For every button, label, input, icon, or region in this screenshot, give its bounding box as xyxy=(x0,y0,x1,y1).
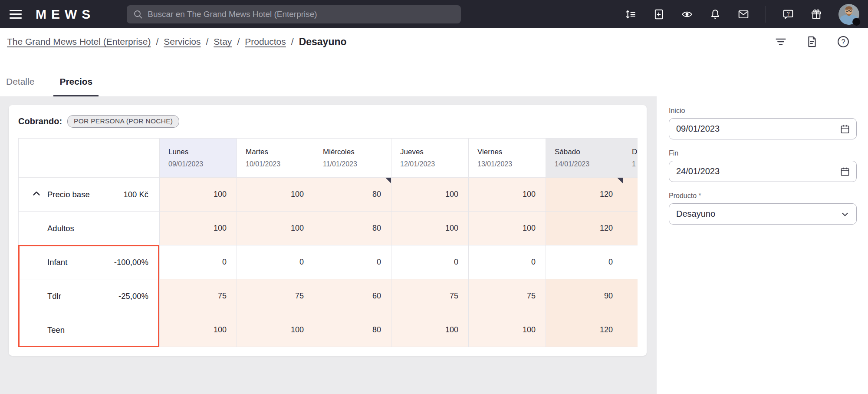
price-cell[interactable]: 80 xyxy=(314,313,391,347)
price-cell[interactable]: 80 xyxy=(314,178,391,212)
price-cell[interactable]: 0 xyxy=(469,245,546,279)
price-cell[interactable]: 0 xyxy=(314,245,391,279)
charging-label: Cobrando: xyxy=(18,116,62,126)
charging-mode-badge: POR PERSONA (POR NOCHE) xyxy=(67,115,179,128)
price-cell[interactable]: 100 xyxy=(391,212,469,245)
price-row: Teen10010080100100120 xyxy=(19,313,638,347)
watch-eye-icon[interactable] xyxy=(681,8,693,20)
chevron-up-icon[interactable] xyxy=(31,188,42,201)
user-avatar[interactable]: •• xyxy=(838,4,859,25)
row-name: Adultos xyxy=(47,224,74,233)
corner-cell xyxy=(19,139,160,178)
price-row: Adultos10010080100100120 xyxy=(19,212,638,245)
menu-icon[interactable] xyxy=(10,10,22,19)
price-cell[interactable]: 120 xyxy=(546,178,623,212)
price-cell[interactable] xyxy=(623,245,638,279)
price-cell[interactable]: 0 xyxy=(546,245,623,279)
row-label-cell: Tdlr-25,00% xyxy=(19,279,160,313)
notifications-bell-icon[interactable] xyxy=(709,8,721,20)
topbar-divider xyxy=(766,6,766,23)
producto-label: Producto * xyxy=(669,192,857,200)
price-cell[interactable]: 120 xyxy=(546,313,623,347)
price-cell[interactable]: 75 xyxy=(391,279,469,313)
row-modifier: 100 Kč xyxy=(123,190,148,199)
fin-input[interactable] xyxy=(669,166,825,176)
breadcrumb-link-stay[interactable]: Stay xyxy=(214,36,232,47)
price-cell[interactable] xyxy=(623,178,638,212)
fin-field[interactable] xyxy=(669,161,857,182)
pricing-card: Cobrando: POR PERSONA (POR NOCHE) Lunes0… xyxy=(9,105,647,356)
price-cell[interactable]: 80 xyxy=(314,212,391,245)
price-cell[interactable]: 0 xyxy=(237,245,314,279)
price-cell[interactable]: 100 xyxy=(160,313,237,347)
breadcrumb-link-servicios[interactable]: Servicios xyxy=(164,36,201,47)
breadcrumb-link-productos[interactable]: Productos xyxy=(245,36,286,47)
price-row: Tdlr-25,00%757560757590 xyxy=(19,279,638,313)
filter-panel: Inicio Fin xyxy=(657,96,868,394)
price-row: Infant-100,00%000000 xyxy=(19,245,638,279)
price-cell[interactable] xyxy=(623,279,638,313)
price-cell[interactable]: 90 xyxy=(546,279,623,313)
tab-detalle[interactable]: Detalle xyxy=(0,76,40,96)
svg-text:?: ? xyxy=(787,10,790,17)
row-modifier: -25,00% xyxy=(118,291,148,301)
row-name: Teen xyxy=(47,325,65,334)
price-cell[interactable]: 100 xyxy=(391,178,469,212)
add-new-icon[interactable] xyxy=(653,8,665,20)
column-header: Martes10/01/2023 xyxy=(237,139,314,178)
column-header: D1 xyxy=(623,139,638,178)
price-cell[interactable]: 100 xyxy=(469,178,546,212)
help-icon[interactable]: ? xyxy=(837,35,850,48)
row-label-cell: Infant-100,00% xyxy=(19,245,160,279)
price-cell[interactable]: 100 xyxy=(391,313,469,347)
whats-new-gift-icon[interactable] xyxy=(810,8,822,20)
column-header: Miércoles11/01/2023 xyxy=(314,139,391,178)
filter-icon[interactable] xyxy=(774,35,787,48)
price-cell[interactable]: 75 xyxy=(237,279,314,313)
price-cell[interactable] xyxy=(623,212,638,245)
calendar-icon[interactable] xyxy=(840,166,850,177)
price-cell[interactable]: 100 xyxy=(237,313,314,347)
row-order-icon[interactable] xyxy=(625,8,637,20)
tab-precios[interactable]: Precios xyxy=(53,76,99,96)
feedback-help-icon[interactable]: ? xyxy=(782,8,794,20)
global-search[interactable] xyxy=(127,5,461,23)
price-cell[interactable] xyxy=(623,313,638,347)
price-cell[interactable]: 100 xyxy=(160,178,237,212)
messages-mail-icon[interactable] xyxy=(737,8,750,20)
search-icon xyxy=(133,9,143,20)
price-cell[interactable]: 0 xyxy=(391,245,469,279)
price-cell[interactable]: 100 xyxy=(160,212,237,245)
pricing-content: Cobrando: POR PERSONA (POR NOCHE) Lunes0… xyxy=(0,96,657,394)
row-modifier: -100,00% xyxy=(114,258,148,267)
breadcrumb-link-enterprise[interactable]: The Grand Mews Hotel (Enterprise) xyxy=(7,36,151,47)
row-label-cell: Teen xyxy=(19,313,160,347)
inicio-field[interactable] xyxy=(669,118,857,139)
price-cell[interactable]: 0 xyxy=(160,245,237,279)
column-header: Viernes13/01/2023 xyxy=(469,139,546,178)
producto-value: Desayuno xyxy=(669,209,715,219)
calendar-icon[interactable] xyxy=(840,124,850,134)
price-row: Precio base100 Kč10010080100100120 xyxy=(19,178,638,212)
price-cell[interactable]: 120 xyxy=(546,212,623,245)
price-cell[interactable]: 75 xyxy=(160,279,237,313)
price-cell[interactable]: 100 xyxy=(469,313,546,347)
row-name: Tdlr xyxy=(47,291,61,301)
price-cell[interactable]: 100 xyxy=(237,212,314,245)
price-cell[interactable]: 60 xyxy=(314,279,391,313)
price-cell[interactable]: 100 xyxy=(237,178,314,212)
price-cell[interactable]: 75 xyxy=(469,279,546,313)
price-table-wrap: Lunes09/01/2023Martes10/01/2023Miércoles… xyxy=(18,138,638,347)
price-cell[interactable]: 100 xyxy=(469,212,546,245)
row-label-cell[interactable]: Precio base100 Kč xyxy=(19,178,160,212)
tabs: Detalle Precios xyxy=(0,55,868,96)
column-header: Lunes09/01/2023 xyxy=(160,139,237,178)
breadcrumb: The Grand Mews Hotel (Enterprise) / Serv… xyxy=(0,28,868,55)
document-icon[interactable] xyxy=(806,35,819,48)
avatar-badge: •• xyxy=(852,18,861,26)
producto-select[interactable]: Desayuno xyxy=(669,203,857,225)
mews-logo[interactable]: MEWS xyxy=(36,7,95,22)
chevron-down-icon[interactable] xyxy=(840,209,850,219)
inicio-input[interactable] xyxy=(669,124,825,134)
search-input[interactable] xyxy=(148,10,455,19)
